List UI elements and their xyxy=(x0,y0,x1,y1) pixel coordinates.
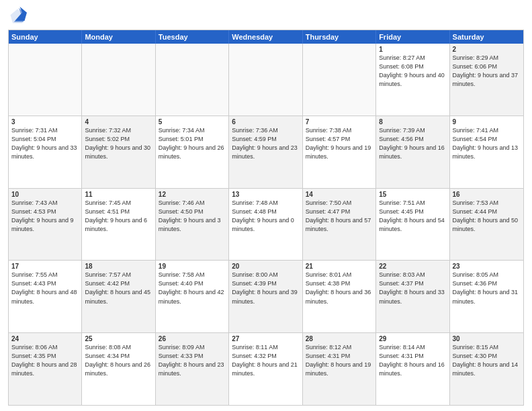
day-number: 6 xyxy=(232,118,299,126)
header-day-friday: Friday xyxy=(376,30,449,44)
day-info: Sunrise: 7:48 AM Sunset: 4:48 PM Dayligh… xyxy=(232,199,299,234)
day-number: 25 xyxy=(85,335,152,342)
day-number: 24 xyxy=(11,335,79,342)
day-number: 19 xyxy=(159,263,226,270)
day-number: 13 xyxy=(232,191,299,198)
day-info: Sunrise: 8:14 AM Sunset: 4:31 PM Dayligh… xyxy=(379,343,446,378)
cal-cell-4-6: 30Sunrise: 8:15 AM Sunset: 4:30 PM Dayli… xyxy=(450,333,523,405)
day-number: 26 xyxy=(159,335,226,342)
cal-cell-3-0: 17Sunrise: 7:55 AM Sunset: 4:43 PM Dayli… xyxy=(9,261,82,332)
day-info: Sunrise: 8:12 AM Sunset: 4:31 PM Dayligh… xyxy=(306,343,373,378)
day-number: 14 xyxy=(306,191,373,198)
calendar-body: 1Sunrise: 8:27 AM Sunset: 6:08 PM Daylig… xyxy=(9,44,523,405)
cal-cell-1-6: 9Sunrise: 7:41 AM Sunset: 4:54 PM Daylig… xyxy=(450,116,523,188)
day-number: 23 xyxy=(453,263,521,270)
header-day-monday: Monday xyxy=(82,30,155,44)
cal-cell-0-2 xyxy=(156,44,229,116)
header xyxy=(8,7,524,26)
day-info: Sunrise: 7:55 AM Sunset: 4:43 PM Dayligh… xyxy=(11,271,79,306)
day-number: 4 xyxy=(85,118,152,126)
day-info: Sunrise: 7:43 AM Sunset: 4:53 PM Dayligh… xyxy=(11,199,79,234)
cal-cell-2-0: 10Sunrise: 7:43 AM Sunset: 4:53 PM Dayli… xyxy=(9,189,82,261)
day-info: Sunrise: 8:08 AM Sunset: 4:34 PM Dayligh… xyxy=(85,343,152,378)
cal-cell-4-1: 25Sunrise: 8:08 AM Sunset: 4:34 PM Dayli… xyxy=(82,333,155,405)
day-number: 3 xyxy=(11,118,79,126)
day-number: 20 xyxy=(232,263,299,270)
calendar-row-2: 10Sunrise: 7:43 AM Sunset: 4:53 PM Dayli… xyxy=(9,189,523,261)
page: SundayMondayTuesdayWednesdayThursdayFrid… xyxy=(0,0,532,411)
day-info: Sunrise: 7:31 AM Sunset: 5:04 PM Dayligh… xyxy=(11,126,79,161)
day-number: 29 xyxy=(379,335,446,342)
cal-cell-4-2: 26Sunrise: 8:09 AM Sunset: 4:33 PM Dayli… xyxy=(156,333,229,405)
day-number: 22 xyxy=(379,263,446,270)
day-number: 2 xyxy=(453,46,521,53)
header-day-saturday: Saturday xyxy=(450,30,523,44)
day-info: Sunrise: 7:34 AM Sunset: 5:01 PM Dayligh… xyxy=(159,126,226,161)
cal-cell-2-2: 12Sunrise: 7:46 AM Sunset: 4:50 PM Dayli… xyxy=(156,189,229,261)
cal-cell-2-1: 11Sunrise: 7:45 AM Sunset: 4:51 PM Dayli… xyxy=(82,189,155,261)
calendar-row-3: 17Sunrise: 7:55 AM Sunset: 4:43 PM Dayli… xyxy=(9,261,523,333)
cal-cell-3-5: 22Sunrise: 8:03 AM Sunset: 4:37 PM Dayli… xyxy=(376,261,449,332)
header-day-thursday: Thursday xyxy=(303,30,376,44)
cal-cell-1-0: 3Sunrise: 7:31 AM Sunset: 5:04 PM Daylig… xyxy=(9,116,82,188)
day-info: Sunrise: 7:39 AM Sunset: 4:56 PM Dayligh… xyxy=(379,126,446,161)
header-day-sunday: Sunday xyxy=(9,30,82,44)
cal-cell-3-2: 19Sunrise: 7:58 AM Sunset: 4:40 PM Dayli… xyxy=(156,261,229,332)
logo-icon xyxy=(8,7,27,26)
cal-cell-4-4: 28Sunrise: 8:12 AM Sunset: 4:31 PM Dayli… xyxy=(303,333,376,405)
day-info: Sunrise: 7:50 AM Sunset: 4:47 PM Dayligh… xyxy=(306,199,373,234)
day-number: 16 xyxy=(453,191,521,198)
day-number: 8 xyxy=(379,118,446,126)
cal-cell-1-3: 6Sunrise: 7:36 AM Sunset: 4:59 PM Daylig… xyxy=(229,116,302,188)
day-number: 28 xyxy=(306,335,373,342)
day-info: Sunrise: 7:32 AM Sunset: 5:02 PM Dayligh… xyxy=(85,126,152,161)
day-info: Sunrise: 7:38 AM Sunset: 4:57 PM Dayligh… xyxy=(306,126,373,161)
day-number: 27 xyxy=(232,335,299,342)
header-day-wednesday: Wednesday xyxy=(229,30,302,44)
day-info: Sunrise: 7:45 AM Sunset: 4:51 PM Dayligh… xyxy=(85,199,152,234)
day-number: 11 xyxy=(85,191,152,198)
day-info: Sunrise: 8:03 AM Sunset: 4:37 PM Dayligh… xyxy=(379,271,446,306)
calendar-row-1: 3Sunrise: 7:31 AM Sunset: 5:04 PM Daylig… xyxy=(9,116,523,189)
cal-cell-3-3: 20Sunrise: 8:00 AM Sunset: 4:39 PM Dayli… xyxy=(229,261,302,332)
header-day-tuesday: Tuesday xyxy=(156,30,229,44)
cal-cell-4-5: 29Sunrise: 8:14 AM Sunset: 4:31 PM Dayli… xyxy=(376,333,449,405)
cal-cell-2-4: 14Sunrise: 7:50 AM Sunset: 4:47 PM Dayli… xyxy=(303,189,376,261)
day-info: Sunrise: 8:29 AM Sunset: 6:06 PM Dayligh… xyxy=(453,54,521,89)
cal-cell-0-0 xyxy=(9,44,82,116)
cal-cell-1-1: 4Sunrise: 7:32 AM Sunset: 5:02 PM Daylig… xyxy=(82,116,155,188)
day-number: 1 xyxy=(379,46,446,53)
cal-cell-0-5: 1Sunrise: 8:27 AM Sunset: 6:08 PM Daylig… xyxy=(376,44,449,116)
day-info: Sunrise: 8:00 AM Sunset: 4:39 PM Dayligh… xyxy=(232,271,299,306)
day-number: 21 xyxy=(306,263,373,270)
day-number: 7 xyxy=(306,118,373,126)
day-info: Sunrise: 8:06 AM Sunset: 4:35 PM Dayligh… xyxy=(11,343,79,378)
cal-cell-2-3: 13Sunrise: 7:48 AM Sunset: 4:48 PM Dayli… xyxy=(229,189,302,261)
cal-cell-0-3 xyxy=(229,44,302,116)
calendar-header: SundayMondayTuesdayWednesdayThursdayFrid… xyxy=(9,30,523,44)
day-number: 12 xyxy=(159,191,226,198)
day-info: Sunrise: 8:05 AM Sunset: 4:36 PM Dayligh… xyxy=(453,271,521,306)
day-number: 18 xyxy=(85,263,152,270)
day-number: 30 xyxy=(453,335,521,342)
day-info: Sunrise: 7:36 AM Sunset: 4:59 PM Dayligh… xyxy=(232,126,299,161)
calendar-row-4: 24Sunrise: 8:06 AM Sunset: 4:35 PM Dayli… xyxy=(9,333,523,405)
cal-cell-2-5: 15Sunrise: 7:51 AM Sunset: 4:45 PM Dayli… xyxy=(376,189,449,261)
logo xyxy=(8,7,30,26)
cal-cell-1-2: 5Sunrise: 7:34 AM Sunset: 5:01 PM Daylig… xyxy=(156,116,229,188)
day-info: Sunrise: 8:27 AM Sunset: 6:08 PM Dayligh… xyxy=(379,54,446,89)
day-info: Sunrise: 8:11 AM Sunset: 4:32 PM Dayligh… xyxy=(232,343,299,378)
day-number: 5 xyxy=(159,118,226,126)
day-number: 17 xyxy=(11,263,79,270)
day-info: Sunrise: 7:46 AM Sunset: 4:50 PM Dayligh… xyxy=(159,199,226,234)
day-number: 15 xyxy=(379,191,446,198)
cal-cell-4-3: 27Sunrise: 8:11 AM Sunset: 4:32 PM Dayli… xyxy=(229,333,302,405)
day-info: Sunrise: 8:09 AM Sunset: 4:33 PM Dayligh… xyxy=(159,343,226,378)
day-info: Sunrise: 7:58 AM Sunset: 4:40 PM Dayligh… xyxy=(159,271,226,306)
cal-cell-1-4: 7Sunrise: 7:38 AM Sunset: 4:57 PM Daylig… xyxy=(303,116,376,188)
cal-cell-2-6: 16Sunrise: 7:53 AM Sunset: 4:44 PM Dayli… xyxy=(450,189,523,261)
day-info: Sunrise: 7:57 AM Sunset: 4:42 PM Dayligh… xyxy=(85,271,152,306)
day-number: 10 xyxy=(11,191,79,198)
cal-cell-3-1: 18Sunrise: 7:57 AM Sunset: 4:42 PM Dayli… xyxy=(82,261,155,332)
cal-cell-0-4 xyxy=(303,44,376,116)
